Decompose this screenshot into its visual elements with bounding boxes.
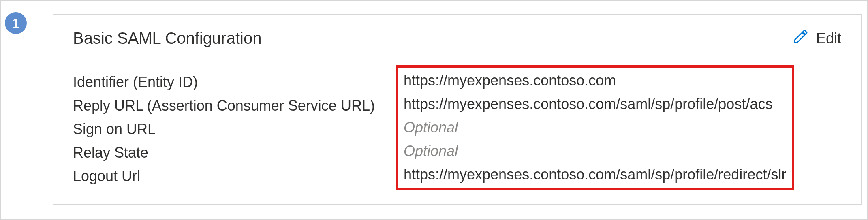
- saml-config-card: Basic SAML Configuration Edit Identifier…: [53, 14, 862, 205]
- pencil-icon: [793, 28, 809, 48]
- label-identifier: Identifier (Entity ID): [73, 72, 401, 93]
- step-number-text: 1: [12, 15, 20, 31]
- edit-button-label: Edit: [816, 30, 841, 47]
- label-relay-state: Relay State: [73, 142, 401, 164]
- card-title: Basic SAML Configuration: [73, 29, 261, 47]
- label-logout-url: Logout Url: [73, 166, 401, 187]
- config-labels-column: Identifier (Entity ID) Reply URL (Assert…: [73, 68, 401, 190]
- card-header: Basic SAML Configuration Edit: [73, 28, 841, 48]
- highlighted-values-region: https://myexpenses.contoso.com https://m…: [396, 65, 794, 190]
- label-sign-on-url: Sign on URL: [73, 119, 401, 140]
- config-values-column: https://myexpenses.contoso.com https://m…: [404, 70, 786, 186]
- value-relay-state: Optional: [404, 141, 786, 162]
- value-logout-url: https://myexpenses.contoso.com/saml/sp/p…: [404, 164, 786, 186]
- label-reply-url: Reply URL (Assertion Consumer Service UR…: [73, 95, 401, 117]
- step-number-badge: 1: [5, 12, 27, 34]
- config-rows: Identifier (Entity ID) Reply URL (Assert…: [73, 68, 841, 190]
- edit-button[interactable]: Edit: [793, 28, 841, 48]
- value-identifier: https://myexpenses.contoso.com: [404, 70, 786, 92]
- value-reply-url: https://myexpenses.contoso.com/saml/sp/p…: [404, 94, 786, 115]
- value-sign-on-url: Optional: [404, 117, 786, 139]
